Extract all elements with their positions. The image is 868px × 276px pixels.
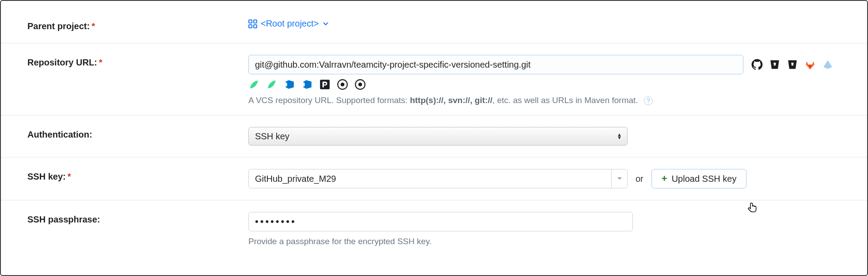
- parent-project-link-text: <Root project>: [261, 19, 319, 29]
- ssh-passphrase-masked: ••••••••: [255, 216, 297, 227]
- ssh-passphrase-helper: Provide a passphrase for the encrypted S…: [248, 237, 849, 246]
- ssh-passphrase-value: •••••••• Provide a passphrase for the en…: [248, 212, 849, 246]
- row-repository-url: Repository URL:*: [1, 43, 867, 115]
- svg-point-8: [358, 83, 362, 87]
- row-authentication: Authentication: SSH key ▲▼: [1, 115, 867, 157]
- perforce-icon[interactable]: [319, 79, 331, 90]
- ssh-key-combobox-text: GitHub_private_M29: [249, 174, 611, 184]
- required-mark: *: [99, 58, 103, 67]
- chevron-down-icon: [617, 176, 622, 181]
- gitlab-icon[interactable]: [804, 59, 816, 70]
- select-arrows-icon: ▲▼: [617, 133, 622, 139]
- svg-rect-0: [249, 20, 252, 23]
- row-ssh-passphrase: SSH passphrase: •••••••• Provide a passp…: [1, 200, 867, 258]
- space-icon-1[interactable]: [248, 79, 260, 90]
- provider-icons-row-1: [751, 59, 834, 70]
- grid-icon: [248, 19, 257, 28]
- upload-ssh-key-button-text: Upload SSH key: [672, 174, 737, 184]
- azure-devops-icon-2[interactable]: [301, 79, 313, 90]
- repository-url-value: A VCS repository URL. Supported formats:…: [248, 55, 849, 105]
- provider-icons-row-2: [248, 79, 849, 90]
- parent-project-label: Parent project:*: [27, 19, 248, 31]
- row-parent-project: Parent project:* <Root project>: [1, 1, 867, 43]
- github-outline-icon-1[interactable]: [337, 79, 348, 90]
- azure-devops-icon-1[interactable]: [284, 79, 295, 90]
- repository-url-label: Repository URL:*: [27, 55, 248, 68]
- github-icon[interactable]: [751, 59, 763, 70]
- helper-prefix: A VCS repository URL. Supported formats:: [248, 96, 410, 105]
- ssh-key-value: GitHub_private_M29 or + Upload SSH key: [248, 169, 849, 188]
- ssh-passphrase-label: SSH passphrase:: [27, 212, 248, 225]
- parent-project-value: <Root project>: [248, 19, 849, 29]
- bitbucket-icon[interactable]: [769, 59, 780, 70]
- repository-url-label-text: Repository URL:: [27, 58, 97, 67]
- ssh-key-label-text: SSH key:: [27, 172, 66, 181]
- ssh-passphrase-input[interactable]: ••••••••: [248, 212, 633, 231]
- svg-point-6: [341, 83, 345, 87]
- ssh-key-dropdown-button[interactable]: [611, 169, 627, 188]
- vcs-root-form: Parent project:* <Root project> Reposito…: [0, 0, 868, 276]
- helper-formats: http(s)://, svn://, git://: [410, 96, 492, 105]
- svg-rect-3: [254, 25, 257, 28]
- ssh-key-combobox[interactable]: GitHub_private_M29: [248, 169, 628, 188]
- or-text: or: [636, 174, 643, 184]
- azure-icon[interactable]: [822, 59, 834, 70]
- row-ssh-key: SSH key:* GitHub_private_M29 or + Upload…: [1, 157, 867, 200]
- bitbucket-dark-icon[interactable]: [787, 59, 798, 70]
- authentication-label: Authentication:: [27, 127, 248, 140]
- repository-url-input[interactable]: [248, 55, 743, 74]
- parent-project-label-text: Parent project:: [27, 21, 90, 31]
- ssh-passphrase-label-text: SSH passphrase:: [27, 215, 100, 224]
- authentication-select-text: SSH key: [255, 131, 289, 142]
- repository-url-helper: A VCS repository URL. Supported formats:…: [248, 96, 849, 105]
- authentication-label-text: Authentication:: [27, 130, 92, 139]
- authentication-select[interactable]: SSH key ▲▼: [248, 127, 628, 146]
- authentication-value: SSH key ▲▼: [248, 127, 849, 146]
- parent-project-link[interactable]: <Root project>: [248, 19, 849, 29]
- svg-rect-1: [254, 20, 257, 23]
- help-icon[interactable]: ?: [644, 96, 653, 105]
- chevron-down-icon: [323, 21, 328, 27]
- svg-rect-2: [249, 25, 252, 28]
- required-mark: *: [68, 172, 71, 181]
- required-mark: *: [91, 21, 95, 31]
- helper-suffix: , etc. as well as URLs in Maven format.: [492, 96, 638, 105]
- github-outline-icon-2[interactable]: [354, 79, 366, 90]
- plus-icon: +: [662, 173, 667, 184]
- ssh-key-label: SSH key:*: [27, 169, 248, 182]
- upload-ssh-key-button[interactable]: + Upload SSH key: [651, 169, 747, 188]
- space-icon-2[interactable]: [266, 79, 278, 90]
